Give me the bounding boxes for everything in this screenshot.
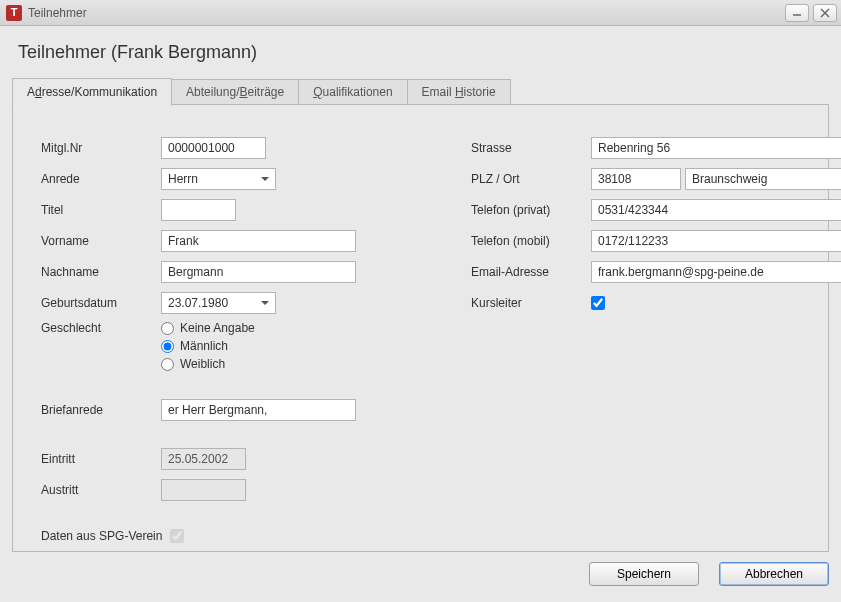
geschlecht-option-maennlich[interactable]: Männlich xyxy=(161,339,255,353)
label-mitgl-nr: Mitgl.Nr xyxy=(41,141,161,155)
plz-input[interactable] xyxy=(591,168,681,190)
minimize-button[interactable] xyxy=(785,4,809,22)
radio-label: Weiblich xyxy=(180,357,225,371)
geschlecht-radio-group: Keine Angabe Männlich Weiblich xyxy=(161,319,255,371)
tab-qualifikationen[interactable]: Qualifikationen xyxy=(298,79,407,105)
radio-maennlich[interactable] xyxy=(161,340,174,353)
label-geburtsdatum: Geburtsdatum xyxy=(41,296,161,310)
telefon-privat-input[interactable] xyxy=(591,199,841,221)
page-title: Teilnehmer (Frank Bergmann) xyxy=(18,42,827,63)
footer: Speichern Abbrechen xyxy=(12,562,829,586)
label-geschlecht: Geschlecht xyxy=(41,319,161,335)
strasse-input[interactable] xyxy=(591,137,841,159)
label-telefon-privat: Telefon (privat) xyxy=(471,203,591,217)
label-titel: Titel xyxy=(41,203,161,217)
tab-strip: Adresse/Kommunikation Abteilung/Beiträge… xyxy=(12,77,829,104)
tab-email-historie[interactable]: Email Historie xyxy=(407,79,511,105)
label-kursleiter: Kursleiter xyxy=(471,296,591,310)
label-anrede: Anrede xyxy=(41,172,161,186)
geschlecht-option-weiblich[interactable]: Weiblich xyxy=(161,357,255,371)
label-nachname: Nachname xyxy=(41,265,161,279)
austritt-value xyxy=(161,479,246,501)
geschlecht-option-keine[interactable]: Keine Angabe xyxy=(161,321,255,335)
label-email: Email-Adresse xyxy=(471,265,591,279)
ort-input[interactable] xyxy=(685,168,841,190)
window-title: Teilnehmer xyxy=(28,6,87,20)
anrede-select[interactable]: Herrn xyxy=(161,168,276,190)
cancel-button[interactable]: Abbrechen xyxy=(719,562,829,586)
radio-label: Keine Angabe xyxy=(180,321,255,335)
tab-panel: Mitgl.Nr Anrede Herrn Titel xyxy=(12,104,829,552)
chevron-down-icon xyxy=(261,177,269,181)
radio-label: Männlich xyxy=(180,339,228,353)
geburtsdatum-input[interactable]: 23.07.1980 xyxy=(161,292,276,314)
vorname-input[interactable] xyxy=(161,230,356,252)
tab-abteilung-beitraege[interactable]: Abteilung/Beiträge xyxy=(171,79,299,105)
save-button[interactable]: Speichern xyxy=(589,562,699,586)
nachname-input[interactable] xyxy=(161,261,356,283)
briefanrede-input[interactable] xyxy=(161,399,356,421)
label-vorname: Vorname xyxy=(41,234,161,248)
app-icon: T xyxy=(6,5,22,21)
title-bar: T Teilnehmer xyxy=(0,0,841,26)
close-button[interactable] xyxy=(813,4,837,22)
radio-weiblich[interactable] xyxy=(161,358,174,371)
radio-keine[interactable] xyxy=(161,322,174,335)
label-eintritt: Eintritt xyxy=(41,452,161,466)
label-briefanrede: Briefanrede xyxy=(41,403,161,417)
daten-aus-spg-checkbox xyxy=(170,529,184,543)
anrede-value: Herrn xyxy=(168,172,198,186)
titel-input[interactable] xyxy=(161,199,236,221)
mitgl-nr-input[interactable] xyxy=(161,137,266,159)
tab-adresse-kommunikation[interactable]: Adresse/Kommunikation xyxy=(12,78,172,106)
chevron-down-icon xyxy=(261,301,269,305)
geburtsdatum-value: 23.07.1980 xyxy=(168,296,228,310)
label-strasse: Strasse xyxy=(471,141,591,155)
telefon-mobil-input[interactable] xyxy=(591,230,841,252)
label-telefon-mobil: Telefon (mobil) xyxy=(471,234,591,248)
label-austritt: Austritt xyxy=(41,483,161,497)
email-input[interactable] xyxy=(591,261,841,283)
eintritt-value: 25.05.2002 xyxy=(161,448,246,470)
kursleiter-checkbox[interactable] xyxy=(591,296,605,310)
label-daten-aus-spg: Daten aus SPG-Verein xyxy=(41,529,162,543)
label-plz-ort: PLZ / Ort xyxy=(471,172,591,186)
